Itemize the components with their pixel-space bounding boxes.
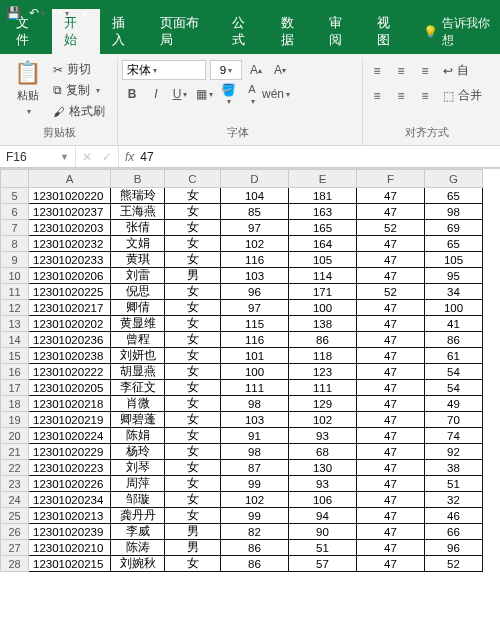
cell[interactable]: 女	[165, 188, 221, 204]
cell[interactable]: 47	[357, 252, 425, 268]
cell[interactable]: 男	[165, 524, 221, 540]
cell[interactable]: 70	[425, 412, 483, 428]
cell[interactable]: 171	[289, 284, 357, 300]
cell[interactable]: 100	[221, 364, 289, 380]
align-left-icon[interactable]: ≡	[367, 86, 387, 106]
merge-button[interactable]: ⬚合并	[439, 85, 486, 106]
tab-layout[interactable]: 页面布局	[148, 9, 220, 54]
cell[interactable]: 12301020213	[29, 508, 111, 524]
cell[interactable]: 12301020226	[29, 476, 111, 492]
cell[interactable]: 87	[221, 460, 289, 476]
cell[interactable]: 女	[165, 380, 221, 396]
cell[interactable]: 12301020205	[29, 380, 111, 396]
cell[interactable]: 93	[289, 476, 357, 492]
cell[interactable]: 47	[357, 188, 425, 204]
cell[interactable]: 111	[221, 380, 289, 396]
increase-font-icon[interactable]: A▴	[246, 60, 266, 80]
cell[interactable]: 12301020232	[29, 236, 111, 252]
cell[interactable]: 164	[289, 236, 357, 252]
cell[interactable]: 91	[221, 428, 289, 444]
cell[interactable]: 47	[357, 412, 425, 428]
cell[interactable]: 女	[165, 364, 221, 380]
cell[interactable]: 女	[165, 300, 221, 316]
row-header[interactable]: 19	[1, 412, 29, 428]
tab-formula[interactable]: 公式	[220, 9, 268, 54]
cell[interactable]: 118	[289, 348, 357, 364]
cell[interactable]: 98	[425, 204, 483, 220]
col-header-B[interactable]: B	[111, 170, 165, 188]
cell[interactable]: 12301020217	[29, 300, 111, 316]
cell[interactable]: 92	[425, 444, 483, 460]
cell[interactable]: 47	[357, 476, 425, 492]
cell[interactable]: 女	[165, 332, 221, 348]
align-bottom-icon[interactable]: ≡	[415, 61, 435, 81]
cell[interactable]: 93	[289, 428, 357, 444]
row-header[interactable]: 25	[1, 508, 29, 524]
row-header[interactable]: 10	[1, 268, 29, 284]
cell[interactable]: 163	[289, 204, 357, 220]
tell-me[interactable]: 💡 告诉我你想	[413, 9, 500, 54]
cell[interactable]: 111	[289, 380, 357, 396]
decrease-font-icon[interactable]: A▾	[270, 60, 290, 80]
cell[interactable]: 12301020239	[29, 524, 111, 540]
cell[interactable]: 96	[221, 284, 289, 300]
row-header[interactable]: 16	[1, 364, 29, 380]
cell[interactable]: 99	[221, 476, 289, 492]
tab-data[interactable]: 数据	[269, 9, 317, 54]
font-name-select[interactable]: 宋体	[122, 60, 206, 80]
format-painter-button[interactable]: 🖌格式刷	[49, 102, 109, 121]
cell[interactable]: 181	[289, 188, 357, 204]
cell[interactable]: 52	[357, 220, 425, 236]
cell[interactable]: 105	[289, 252, 357, 268]
cell[interactable]: 男	[165, 540, 221, 556]
cell[interactable]: 47	[357, 204, 425, 220]
tab-insert[interactable]: 插入	[100, 9, 148, 54]
cell[interactable]: 女	[165, 460, 221, 476]
cell[interactable]: 女	[165, 396, 221, 412]
phonetic-button[interactable]: wén	[266, 84, 286, 104]
cell[interactable]: 卿倩	[111, 300, 165, 316]
redo-icon[interactable]: ↷	[54, 6, 68, 20]
cell[interactable]: 47	[357, 428, 425, 444]
tab-view[interactable]: 视图	[365, 9, 413, 54]
cell[interactable]: 女	[165, 204, 221, 220]
row-header[interactable]: 23	[1, 476, 29, 492]
cell[interactable]: 张倩	[111, 220, 165, 236]
row-header[interactable]: 5	[1, 188, 29, 204]
cell[interactable]: 女	[165, 492, 221, 508]
cell[interactable]: 倪思	[111, 284, 165, 300]
cell[interactable]: 12301020233	[29, 252, 111, 268]
cell[interactable]: 101	[221, 348, 289, 364]
cell[interactable]: 12301020224	[29, 428, 111, 444]
cell[interactable]: 12301020229	[29, 444, 111, 460]
cell[interactable]: 65	[425, 236, 483, 252]
name-box[interactable]: F16 ▼	[0, 146, 76, 167]
cell[interactable]: 34	[425, 284, 483, 300]
cell[interactable]: 女	[165, 236, 221, 252]
cell[interactable]: 47	[357, 556, 425, 572]
row-header[interactable]: 21	[1, 444, 29, 460]
cell[interactable]: 47	[357, 540, 425, 556]
cell[interactable]: 陈涛	[111, 540, 165, 556]
cell[interactable]: 12301020236	[29, 332, 111, 348]
cell[interactable]: 47	[357, 300, 425, 316]
cell[interactable]: 12301020215	[29, 556, 111, 572]
row-header[interactable]: 27	[1, 540, 29, 556]
cell[interactable]: 杨玲	[111, 444, 165, 460]
col-header-E[interactable]: E	[289, 170, 357, 188]
cell[interactable]: 102	[221, 492, 289, 508]
border-button[interactable]: ▦	[194, 84, 214, 104]
cell[interactable]: 女	[165, 220, 221, 236]
cell[interactable]: 103	[221, 412, 289, 428]
cell[interactable]: 卿碧蓬	[111, 412, 165, 428]
cell[interactable]: 12301020238	[29, 348, 111, 364]
row-header[interactable]: 12	[1, 300, 29, 316]
fill-color-button[interactable]: 🪣	[218, 84, 238, 104]
cell[interactable]: 曾程	[111, 332, 165, 348]
cell[interactable]: 47	[357, 444, 425, 460]
align-right-icon[interactable]: ≡	[415, 86, 435, 106]
cell[interactable]: 女	[165, 412, 221, 428]
cell[interactable]: 陈娟	[111, 428, 165, 444]
cell[interactable]: 61	[425, 348, 483, 364]
fx-icon[interactable]: fx	[119, 146, 140, 167]
